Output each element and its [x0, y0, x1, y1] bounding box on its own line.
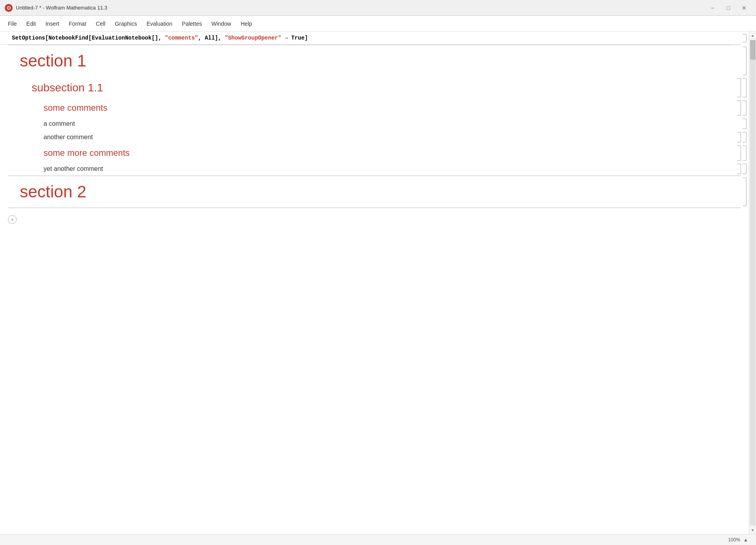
- yet-another-comment-bracket: [727, 162, 749, 176]
- section1-group: section 1 subsection 1.1: [0, 45, 749, 176]
- section2-group: section 2 +: [0, 176, 749, 219]
- notebook-content: SetOptions[NotebookFind[EvaluationNotebo…: [0, 32, 749, 219]
- menu-graphics[interactable]: Graphics: [110, 18, 142, 29]
- menu-file[interactable]: File: [3, 18, 22, 29]
- a-comment-bracket: [727, 117, 749, 131]
- menu-edit[interactable]: Edit: [22, 18, 41, 29]
- menu-window[interactable]: Window: [207, 18, 236, 29]
- some-comments-bracket: [727, 99, 749, 117]
- yet-another-comment-row: yet another comment: [0, 162, 749, 176]
- add-cell-button[interactable]: +: [8, 215, 17, 224]
- status-bar: 100% ▲: [0, 534, 756, 545]
- some-more-comments-row: some more comments: [0, 144, 749, 162]
- a-comment-row: a comment: [0, 117, 749, 131]
- menu-cell[interactable]: Cell: [91, 18, 110, 29]
- menu-format[interactable]: Format: [64, 18, 91, 29]
- code-cell[interactable]: SetOptions[NotebookFind[EvaluationNotebo…: [0, 32, 731, 45]
- zoom-level: 100%: [728, 537, 740, 543]
- notebook[interactable]: SetOptions[NotebookFind[EvaluationNotebo…: [0, 32, 749, 534]
- code-content: SetOptions[NotebookFind[EvaluationNotebo…: [12, 35, 308, 41]
- menu-insert[interactable]: Insert: [41, 18, 64, 29]
- menu-bar: File Edit Insert Format Cell Graphics Ev…: [0, 16, 756, 32]
- some-more-comments-bracket: [727, 144, 749, 162]
- some-more-comments-heading: some more comments: [0, 144, 727, 162]
- subsection11-heading: subsection 1.1: [0, 77, 727, 99]
- some-comments-row: some comments: [0, 99, 749, 117]
- code-cell-row: SetOptions[NotebookFind[EvaluationNotebo…: [0, 32, 749, 45]
- another-comment-cell: another comment: [0, 131, 727, 144]
- scroll-down-arrow[interactable]: ▼: [751, 526, 755, 534]
- section1-bracket: [727, 45, 749, 77]
- scrollbar-right[interactable]: ▲ ▼: [749, 32, 756, 534]
- another-comment-bracket: [727, 131, 749, 144]
- section1-heading: section 1: [0, 45, 727, 77]
- section1-heading-row: section 1: [0, 45, 749, 77]
- title-bar-left: Untitled-7 * - Wolfram Mathematica 11.3: [5, 4, 107, 12]
- yet-another-comment-cell: yet another comment: [0, 162, 727, 176]
- another-comment-row: another comment: [0, 131, 749, 144]
- app-icon: [5, 4, 13, 12]
- main-area: SetOptions[NotebookFind[EvaluationNotebo…: [0, 32, 756, 534]
- menu-help[interactable]: Help: [236, 18, 257, 29]
- code-cell-bracket: [731, 32, 749, 45]
- zoom-control: 100% ▲: [728, 536, 750, 543]
- some-comments-heading: some comments: [0, 99, 727, 117]
- section2-heading-row: section 2: [0, 176, 749, 208]
- menu-palettes[interactable]: Palettes: [177, 18, 207, 29]
- title-bar: Untitled-7 * - Wolfram Mathematica 11.3 …: [0, 0, 756, 16]
- scroll-up-arrow[interactable]: ▲: [751, 32, 755, 39]
- subsection11-bracket: [727, 77, 749, 99]
- a-comment-cell: a comment: [0, 117, 727, 131]
- window-title: Untitled-7 * - Wolfram Mathematica 11.3: [16, 5, 107, 11]
- section2-bracket: [727, 176, 749, 208]
- minimize-button[interactable]: −: [705, 2, 720, 13]
- scroll-track[interactable]: [750, 40, 756, 526]
- maximize-button[interactable]: □: [721, 2, 735, 13]
- close-button[interactable]: ✕: [737, 2, 751, 13]
- subsection11-heading-row: subsection 1.1: [0, 77, 749, 99]
- title-controls: − □ ✕: [705, 2, 751, 13]
- section2-heading: section 2: [0, 176, 727, 208]
- scroll-thumb[interactable]: [750, 40, 756, 60]
- menu-evaluation[interactable]: Evaluation: [142, 18, 177, 29]
- zoom-up-button[interactable]: ▲: [742, 536, 750, 543]
